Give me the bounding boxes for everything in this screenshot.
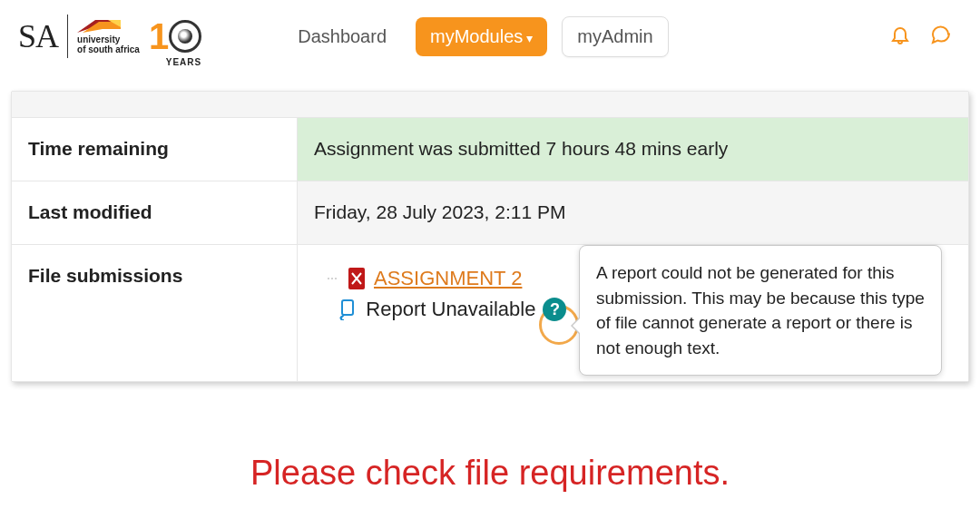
svg-rect-4 xyxy=(342,300,353,315)
help-icon[interactable]: ? xyxy=(543,298,566,321)
header: SA university of south africa 1 YEARS Da… xyxy=(0,0,980,73)
submission-details: Time remaining Assignment was submitted … xyxy=(11,91,969,382)
last-modified-label: Last modified xyxy=(12,181,298,244)
tree-branch-icon: ⋯ xyxy=(327,272,338,285)
years-label: YEARS xyxy=(166,57,201,67)
nav-myadmin[interactable]: myAdmin xyxy=(562,16,668,57)
chat-icon[interactable] xyxy=(929,24,953,49)
nav-mymodules[interactable]: myModules▾ xyxy=(416,17,547,56)
nav-dashboard[interactable]: Dashboard xyxy=(283,17,401,56)
chevron-down-icon: ▾ xyxy=(526,31,533,45)
logo-block: SA university of south africa 1 YEARS xyxy=(18,15,201,58)
flame-icon xyxy=(77,18,121,33)
report-tooltip: A report could not be generated for this… xyxy=(579,245,942,376)
file-submissions-label: File submissions xyxy=(12,245,298,381)
logo-divider xyxy=(67,15,68,58)
logo-unisa: university of south africa xyxy=(77,18,140,54)
row-last-modified: Last modified Friday, 28 July 2023, 2:11… xyxy=(12,181,968,244)
warning-message: Please check file requirements. xyxy=(0,454,980,493)
pdf-icon xyxy=(347,268,367,289)
nav-mymodules-label: myModules xyxy=(430,26,523,46)
time-remaining-value: Assignment was submitted 7 hours 48 mins… xyxy=(298,118,968,181)
tree-branch-icon xyxy=(327,303,329,316)
row-file-submissions: File submissions ⋯ ASSIGNMENT 2 xyxy=(12,244,968,381)
file-link[interactable]: ASSIGNMENT 2 xyxy=(374,267,522,290)
report-icon xyxy=(338,299,358,320)
logo-150-years: 1 YEARS xyxy=(149,18,201,54)
years-circle-icon xyxy=(169,20,201,53)
logo-sa: SA xyxy=(18,17,58,55)
time-remaining-label: Time remaining xyxy=(12,118,298,181)
logo-uni-line2: of south africa xyxy=(77,44,140,54)
file-submissions-value: ⋯ ASSIGNMENT 2 xyxy=(298,245,968,381)
report-status-text: Report Unavailable xyxy=(366,298,535,321)
main-nav: Dashboard myModules▾ myAdmin xyxy=(283,16,668,57)
logo-uni-line1: university xyxy=(77,34,120,44)
years-digit: 1 xyxy=(149,18,169,54)
notifications-icon[interactable] xyxy=(889,24,911,49)
detail-spacer xyxy=(12,92,968,117)
row-time-remaining: Time remaining Assignment was submitted … xyxy=(12,117,968,181)
header-icons xyxy=(889,24,953,49)
last-modified-value: Friday, 28 July 2023, 2:11 PM xyxy=(298,181,968,244)
